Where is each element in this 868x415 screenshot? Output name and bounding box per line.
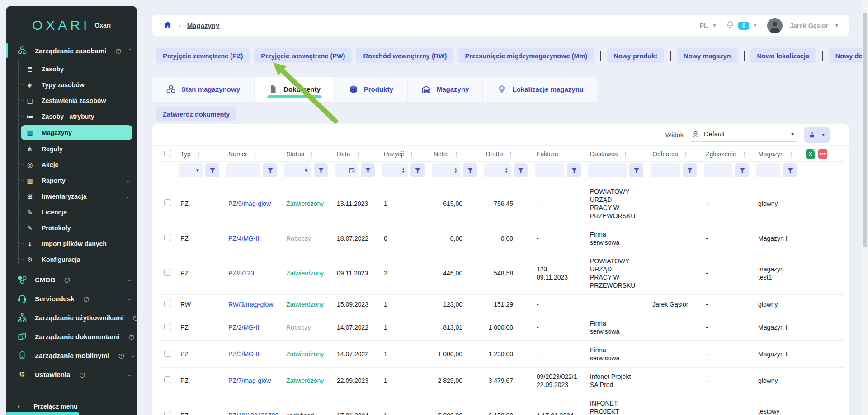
sidebar-item-zasoby-atrybuty[interactable]: ≔Zasoby - atrybuty bbox=[6, 108, 137, 124]
avatar[interactable] bbox=[767, 18, 783, 33]
tab-produkty[interactable]: Produkty bbox=[335, 77, 407, 102]
sidebar-item-zestawienia-zasobów[interactable]: ▤Zestawienia zasobów bbox=[6, 93, 137, 108]
action-button-nowy-magazyn[interactable]: Nowy magazyn bbox=[677, 48, 738, 63]
view-select[interactable]: Default ▼ bbox=[690, 128, 797, 142]
filter-input-faktura[interactable] bbox=[535, 163, 564, 177]
column-menu-icon[interactable]: ⋮ bbox=[309, 151, 316, 158]
sidebar-section-ustawienia[interactable]: ⚙Ustawienia◷⌄ bbox=[6, 365, 137, 384]
filter-button-dostawca[interactable] bbox=[629, 163, 643, 177]
filter-button-netto[interactable] bbox=[463, 163, 477, 177]
column-menu-icon[interactable]: ⋮ bbox=[507, 151, 514, 158]
bell-icon[interactable] bbox=[726, 20, 735, 31]
sidebar-item-typy-zasobów[interactable]: ◈Typy zasobów bbox=[6, 77, 137, 93]
sidebar-section-servicedesk[interactable]: Servicedesk◷⌄ bbox=[6, 289, 137, 308]
tab-lokalizacje-magazynu[interactable]: Lokalizacje magazynu bbox=[483, 77, 597, 102]
filter-input-pozycji[interactable]: ▲▼ bbox=[382, 163, 408, 177]
row-checkbox[interactable] bbox=[164, 234, 171, 241]
row-checkbox[interactable] bbox=[164, 269, 171, 276]
sidebar-item-magazyny[interactable]: ▦Magazyny bbox=[21, 125, 132, 140]
column-menu-icon[interactable]: ⋮ bbox=[788, 151, 795, 158]
action-button-nowa-lokalizacja[interactable]: Nowa lokalizacja bbox=[750, 48, 816, 63]
filter-button-typ[interactable] bbox=[205, 163, 219, 177]
row-checkbox[interactable] bbox=[164, 350, 171, 357]
tab-dokumenty[interactable]: Dokumenty bbox=[255, 77, 334, 102]
view-lock-button[interactable]: ▼ bbox=[804, 127, 830, 143]
column-menu-icon[interactable]: ⋮ bbox=[408, 151, 415, 158]
sidebar-scrollbar[interactable] bbox=[6, 412, 79, 415]
sidebar-item-reguły[interactable]: ⋔Reguły bbox=[6, 141, 137, 157]
document-link[interactable]: PZ/4/MG-II bbox=[228, 235, 259, 242]
sidebar-section-zarządzanie-zasobami[interactable]: Zarządzanie zasobami◷⌃ bbox=[6, 41, 137, 60]
number-spinner[interactable]: ▲▼ bbox=[401, 168, 405, 173]
document-link[interactable]: PZ/3/MG-II bbox=[228, 350, 259, 358]
column-menu-icon[interactable]: ⋮ bbox=[453, 151, 460, 158]
action-button-przyjęcie-zewnętrzne-pz[interactable]: Przyjęcie zewnętrzne (PZ) bbox=[156, 48, 250, 63]
filter-input-brutto[interactable]: ▲▼ bbox=[484, 163, 511, 177]
sidebar-item-protokoły[interactable]: ✎Protokoły bbox=[6, 220, 137, 236]
sidebar-item-inwentaryzacja[interactable]: ⊞Inwentaryzacja⌄ bbox=[6, 188, 137, 204]
sidebar-item-akcje[interactable]: ◎Akcje bbox=[6, 157, 137, 173]
export-excel-icon[interactable]: X bbox=[806, 149, 815, 159]
sidebar-item-import-plików-danych[interactable]: ↧Import plików danych bbox=[6, 236, 137, 252]
row-checkbox[interactable] bbox=[164, 199, 171, 206]
action-button-rozchód-wewnętrzny-rw[interactable]: Rozchód wewnętrzny (RW) bbox=[356, 48, 453, 63]
filter-button-pozycji[interactable] bbox=[410, 163, 425, 177]
locale-caret-icon[interactable]: ▼ bbox=[712, 23, 717, 28]
row-checkbox[interactable] bbox=[164, 300, 171, 307]
filter-input-typ[interactable]: ▼ bbox=[179, 163, 203, 177]
sidebar-section-cmdb[interactable]: CMDB◷⌄ bbox=[6, 270, 137, 289]
scrollbar-thumb[interactable] bbox=[863, 13, 867, 247]
breadcrumb-current[interactable]: Magazyny bbox=[187, 22, 220, 29]
filter-input-netto[interactable]: ▲▼ bbox=[432, 163, 460, 177]
user-name[interactable]: Jarek Gąsior bbox=[790, 22, 828, 29]
tab-stan-magazynowy[interactable]: Stan magazynowy bbox=[152, 77, 254, 102]
tab-magazyny[interactable]: Magazyny bbox=[408, 77, 483, 102]
filter-input-odbiorca[interactable] bbox=[651, 163, 680, 177]
row-checkbox[interactable] bbox=[164, 376, 171, 383]
action-button-przyjęcie-wewnętrzne-pw[interactable]: Przyjęcie wewnętrzne (PW) bbox=[254, 48, 352, 63]
column-menu-icon[interactable]: ⋮ bbox=[683, 151, 689, 158]
row-checkbox[interactable] bbox=[164, 411, 171, 415]
column-menu-icon[interactable]: ⋮ bbox=[355, 151, 362, 158]
user-menu-caret-icon[interactable]: ▼ bbox=[835, 23, 839, 28]
filter-input-zgloszenie[interactable] bbox=[704, 163, 732, 177]
sidebar-item-konfiguracja[interactable]: ⚙Konfiguracja bbox=[6, 252, 137, 267]
filter-button-zgloszenie[interactable] bbox=[735, 163, 749, 177]
filter-input-status[interactable]: ▼ bbox=[284, 163, 311, 177]
document-link[interactable]: PZ/7/mag-glow bbox=[228, 377, 271, 384]
document-link[interactable]: PZ/8/123 bbox=[228, 270, 254, 277]
document-link[interactable]: RW/3/mag-glow bbox=[228, 301, 273, 308]
export-pdf-icon[interactable]: PDF bbox=[818, 149, 827, 159]
filter-button-magazyn[interactable] bbox=[783, 163, 797, 177]
number-spinner[interactable]: ▲▼ bbox=[505, 168, 508, 173]
action-button-nowy-produkt[interactable]: Nowy produkt bbox=[607, 48, 664, 63]
locale-label[interactable]: PL bbox=[700, 22, 708, 29]
action-button-przesunięcie-międzymagazynowe-mm[interactable]: Przesunięcie międzymagazynowe (Mm) bbox=[458, 48, 594, 63]
column-menu-icon[interactable]: ⋮ bbox=[195, 151, 202, 158]
sidebar-item-zasoby[interactable]: ≣Zasoby bbox=[6, 61, 137, 77]
column-menu-icon[interactable]: ⋮ bbox=[622, 151, 629, 158]
filter-button-status[interactable] bbox=[314, 163, 328, 177]
document-link[interactable]: PZ/9/mag-glow bbox=[228, 200, 271, 207]
document-link[interactable]: PZ/10/123456789 bbox=[228, 412, 278, 415]
column-menu-icon[interactable]: ⋮ bbox=[252, 151, 259, 158]
filter-input-dostawca[interactable] bbox=[588, 163, 627, 177]
sidebar-section-zarządzanie-mobilnymi[interactable]: Zarządzanie mobilnymi◷⌄ bbox=[6, 346, 137, 365]
sidebar-toggle[interactable]: ‹ Przełącz menu bbox=[6, 402, 137, 410]
notification-badge[interactable]: 0 bbox=[738, 22, 749, 30]
page-scrollbar[interactable] bbox=[862, 0, 868, 415]
document-link[interactable]: PZ/2/MG-II bbox=[228, 324, 259, 331]
sidebar-item-licencje[interactable]: ✎Licencje bbox=[6, 204, 137, 220]
filter-input-data[interactable] bbox=[335, 163, 358, 177]
filter-button-brutto[interactable] bbox=[514, 163, 528, 177]
column-menu-icon[interactable]: ⋮ bbox=[741, 151, 748, 158]
filter-button-data[interactable] bbox=[361, 163, 375, 177]
number-spinner[interactable]: ▲▼ bbox=[454, 168, 458, 173]
approve-documents-button[interactable]: Zatwierdź dokumenty bbox=[156, 107, 236, 121]
row-checkbox[interactable] bbox=[164, 323, 171, 330]
filter-button-numer[interactable] bbox=[263, 163, 277, 177]
sidebar-item-raporty[interactable]: ▥Raporty⌄ bbox=[6, 173, 137, 188]
filter-input-numer[interactable] bbox=[226, 163, 260, 177]
sidebar-section-zarządzanie-dokumentami[interactable]: Zarządzanie dokumentami◷⌄ bbox=[6, 327, 137, 346]
column-menu-icon[interactable]: ⋮ bbox=[562, 151, 569, 158]
